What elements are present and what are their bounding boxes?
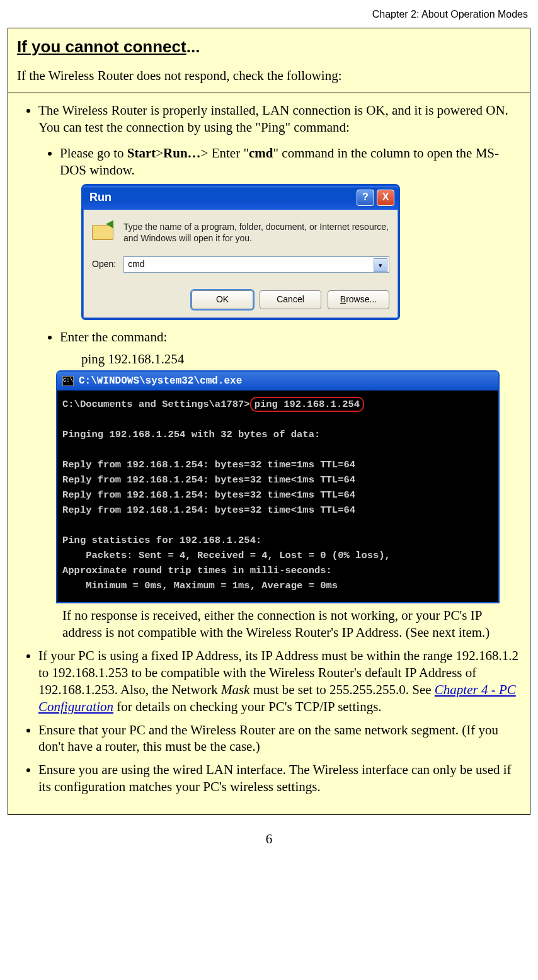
t: Enter the command: (60, 329, 167, 345)
run-dialog-titlebar: Run ? X (83, 186, 398, 210)
note-title-suffix: ... (186, 37, 200, 56)
ok-button[interactable]: OK (192, 290, 253, 309)
cmd-highlight: ping 192.168.1.254 (250, 397, 364, 412)
cmd-title-text: C:\WINDOWS\system32\cmd.exe (79, 375, 242, 387)
cmd-line: Reply from 192.168.1.254: bytes=32 time=… (62, 459, 355, 470)
t: Mask (221, 682, 250, 697)
open-input[interactable]: cmd ▾ (123, 256, 389, 273)
bullet-fixed-ip: If your PC is using a fixed IP Address, … (38, 647, 521, 715)
cmd-line: Reply from 192.168.1.254: bytes=32 time<… (62, 504, 355, 516)
divider (8, 93, 530, 93)
note-title-text: If you cannot connect (17, 37, 186, 56)
cmd-output: C:\Documents and Settings\a1787>ping 192… (57, 390, 498, 602)
run-dialog-title: Run (89, 190, 112, 205)
note-title: If you cannot connect... (17, 37, 521, 57)
sub-bullet-enter-command: Enter the command: (60, 329, 521, 346)
t: > Enter " (201, 145, 249, 161)
cmd-line: Packets: Sent = 4, Received = 4, Lost = … (62, 550, 391, 561)
note-intro: If the Wireless Router does not respond,… (17, 68, 521, 84)
browse-button[interactable]: Browse... (328, 290, 389, 309)
cmd-line: Ping statistics for 192.168.1.254: (62, 535, 261, 546)
t: Start (127, 145, 156, 161)
cmd-line: Reply from 192.168.1.254: bytes=32 time<… (62, 489, 355, 501)
t: for details on checking your PC's TCP/IP… (113, 699, 382, 714)
t: cmd (249, 145, 273, 161)
chevron-down-icon[interactable]: ▾ (374, 258, 387, 272)
cmd-titlebar: C:\ C:\WINDOWS\system32\cmd.exe (57, 372, 498, 390)
run-folder-icon (92, 221, 115, 240)
run-dialog: Run ? X Type the name of a p (81, 184, 400, 320)
run-description: Type the name of a program, folder, docu… (123, 221, 389, 244)
bullet-same-segment: Ensure that your PC and the Wireless Rou… (38, 722, 521, 756)
page-number: 6 (8, 831, 530, 847)
troubleshooting-box: If you cannot connect... If the Wireless… (8, 28, 530, 815)
sub-bullet-run: Please go to Start>Run…> Enter "cmd" com… (60, 145, 521, 179)
t: must be set to 255.255.255.0. See (249, 682, 434, 697)
cmd-line: Pinging 192.168.1.254 with 32 bytes of d… (62, 429, 320, 440)
bullet-install: The Wireless Router is properly installe… (38, 102, 521, 641)
cmd-window: C:\ C:\WINDOWS\system32\cmd.exe C:\Docum… (56, 370, 500, 604)
after-cmd-text: If no response is received, either the c… (62, 607, 521, 641)
open-input-value: cmd (128, 259, 144, 270)
bullet-install-text: The Wireless Router is properly installe… (38, 103, 508, 135)
help-icon[interactable]: ? (357, 190, 374, 206)
cancel-button[interactable]: Cancel (260, 290, 321, 309)
cmd-line: Reply from 192.168.1.254: bytes=32 time<… (62, 474, 355, 486)
t: > (156, 145, 163, 161)
cmd-line: Minimum = 0ms, Maximum = 1ms, Average = … (62, 580, 338, 591)
cmd-line: Approximate round trip times in milli-se… (62, 565, 332, 576)
console-icon: C:\ (62, 376, 74, 386)
t: Run… (163, 145, 201, 161)
cmd-prompt: C:\Documents and Settings\a1787> (62, 399, 250, 410)
open-label: Open: (92, 259, 116, 270)
bullet-wired-lan: Ensure you are using the wired LAN inter… (38, 761, 521, 795)
chapter-header: Chapter 2: About Operation Modes (8, 9, 528, 20)
close-icon[interactable]: X (377, 190, 394, 206)
ping-command-text: ping 192.168.1.254 (81, 351, 521, 368)
t: Please go to (60, 145, 127, 161)
